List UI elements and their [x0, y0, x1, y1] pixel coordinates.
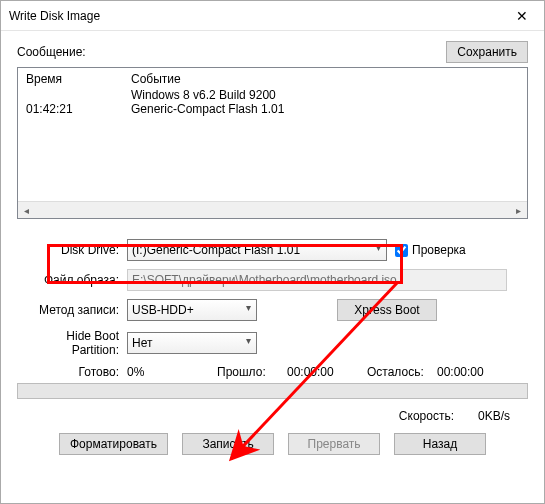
- log-time: 01:42:21: [26, 102, 131, 116]
- ready-value: 0%: [127, 365, 144, 379]
- disk-drive-label: Disk Drive:: [17, 243, 127, 257]
- save-button[interactable]: Сохранить: [446, 41, 528, 63]
- log-event: Windows 8 v6.2 Build 9200: [131, 88, 276, 102]
- verify-checkbox-wrap[interactable]: Проверка: [395, 243, 466, 257]
- format-button[interactable]: Форматировать: [59, 433, 168, 455]
- xpress-boot-button[interactable]: Xpress Boot: [337, 299, 437, 321]
- log-time: [26, 88, 131, 102]
- log-header-event: Событие: [131, 72, 181, 86]
- back-button[interactable]: Назад: [394, 433, 486, 455]
- speed-value: 0KB/s: [478, 409, 528, 423]
- content-area: Сообщение: Сохранить Время Событие Windo…: [1, 31, 544, 469]
- image-file-input: [127, 269, 507, 291]
- log-row: 01:42:21 Generic-Compact Flash 1.01: [26, 102, 519, 116]
- log-header: Время Событие: [18, 68, 527, 88]
- window-title: Write Disk Image: [9, 9, 499, 23]
- horizontal-scrollbar[interactable]: ◂ ▸: [18, 201, 527, 218]
- log-header-time: Время: [26, 72, 131, 86]
- hide-boot-label: Hide Boot Partition:: [17, 329, 127, 357]
- log-row: Windows 8 v6.2 Build 9200: [26, 88, 519, 102]
- close-icon: ✕: [516, 8, 528, 24]
- remain-value: 00:00:00: [437, 365, 484, 379]
- message-label: Сообщение:: [17, 45, 446, 59]
- scroll-right-icon[interactable]: ▸: [510, 202, 527, 218]
- disk-drive-select[interactable]: (I:)Generic-Compact Flash 1.01: [127, 239, 387, 261]
- status-row: Готово: 0% Прошло: 00:00:00 Осталось: 00…: [17, 365, 528, 379]
- abort-button: Прервать: [288, 433, 380, 455]
- hide-boot-select[interactable]: Нет: [127, 332, 257, 354]
- progress-bar: [17, 383, 528, 399]
- elapsed-value: 00:00:00: [287, 365, 334, 379]
- elapsed-label: Прошло:: [217, 365, 266, 379]
- scroll-track[interactable]: [35, 202, 510, 218]
- close-button[interactable]: ✕: [499, 1, 544, 30]
- write-button[interactable]: Записать: [182, 433, 274, 455]
- remain-label: Осталось:: [367, 365, 424, 379]
- image-file-label: Файл образа:: [17, 273, 127, 287]
- verify-label: Проверка: [412, 243, 466, 257]
- log-box: Время Событие Windows 8 v6.2 Build 9200 …: [17, 67, 528, 219]
- verify-checkbox[interactable]: [395, 244, 408, 257]
- log-event: Generic-Compact Flash 1.01: [131, 102, 284, 116]
- write-method-select[interactable]: USB-HDD+: [127, 299, 257, 321]
- ready-label: Готово:: [79, 365, 119, 379]
- write-method-label: Метод записи:: [17, 303, 127, 317]
- bottom-buttons: Форматировать Записать Прервать Назад: [17, 433, 528, 455]
- scroll-left-icon[interactable]: ◂: [18, 202, 35, 218]
- titlebar: Write Disk Image ✕: [1, 1, 544, 31]
- speed-label: Скорость:: [399, 409, 454, 423]
- log-body: Windows 8 v6.2 Build 9200 01:42:21 Gener…: [18, 88, 527, 201]
